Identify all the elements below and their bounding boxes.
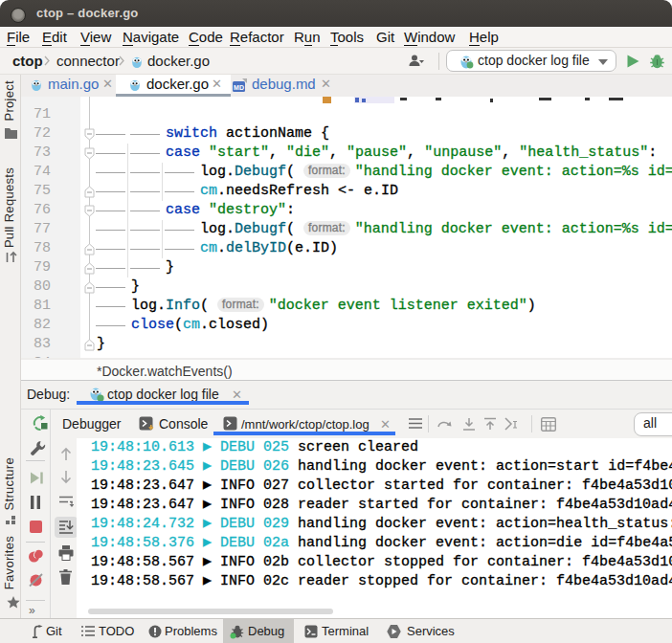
svg-text:MD: MD [234,84,244,91]
